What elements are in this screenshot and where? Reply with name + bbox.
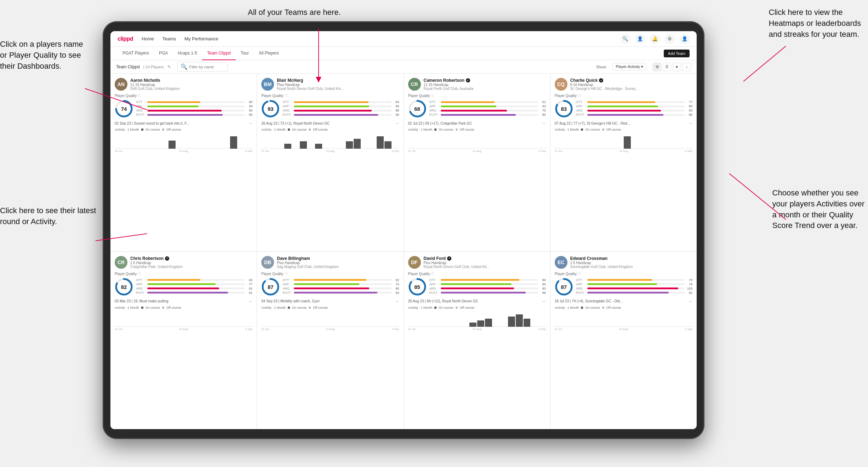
list-view-button[interactable]: ☰: [663, 63, 671, 71]
donut-chart[interactable]: 82: [115, 278, 133, 296]
quality-content: 87 OTT 73 APP 79: [555, 278, 692, 296]
search-icon-small: 🔍: [181, 63, 188, 70]
player-card[interactable]: CR Cameron Robertson ✓ 11·15 Handicap Ro…: [404, 74, 550, 251]
player-header: AN Aaron Nicholls 11·15 Handicap Drift G…: [115, 78, 252, 91]
donut-chart[interactable]: 93: [261, 99, 280, 118]
search-icon[interactable]: 🔍: [620, 34, 630, 44]
stats-bars: OTT 84 APP 85 ARG: [282, 100, 399, 117]
avatar-icon[interactable]: 👤: [680, 34, 690, 44]
player-name[interactable]: Blair McHarg: [277, 78, 399, 83]
tab-pga[interactable]: PGA: [154, 47, 173, 60]
quality-label[interactable]: Player Quality ⓘ: [261, 272, 399, 276]
quality-label[interactable]: Player Quality ⓘ: [555, 93, 692, 98]
stat-row-putt: PUTT 91: [136, 291, 252, 295]
stat-row-ott: OTT 60: [136, 278, 252, 282]
quality-content: 85 OTT 89 APP 80: [408, 278, 546, 296]
player-score: 82: [121, 284, 127, 290]
show-dropdown[interactable]: Player Activity ▾: [612, 63, 646, 70]
stat-row-app: APP 85: [282, 104, 399, 108]
tab-pgat[interactable]: PGAT Players: [118, 47, 154, 60]
player-card[interactable]: DB Dave Billingham Plus Handicap Sag Mag…: [257, 252, 403, 429]
quality-section: Player Quality ⓘ 87 OTT 8: [261, 272, 399, 296]
tab-all-players[interactable]: All Players: [254, 47, 284, 60]
quality-label[interactable]: Player Quality ⓘ: [555, 272, 692, 276]
tab-hcaps[interactable]: Hcaps 1-5: [173, 47, 202, 60]
player-grid: AN Aaron Nicholls 11·15 Handicap Drift G…: [110, 74, 697, 429]
search-input[interactable]: [189, 65, 225, 69]
player-card[interactable]: AN Aaron Nicholls 11·15 Handicap Drift G…: [110, 74, 257, 251]
player-handicap: Plus Handicap: [277, 261, 399, 265]
stats-bars: OTT 61 APP 63 ARG: [429, 100, 546, 117]
latest-round[interactable]: 02 Jul 23 | 59 (+17), Craigmillar Park G…: [408, 121, 546, 126]
latest-round[interactable]: 03 Mar 23 | 19, Must make putting →: [115, 299, 252, 304]
player-club: Sunningdale Golf Club, United Kingdom: [570, 265, 692, 269]
activity-section: Activity · 1 Month On course Off course …: [115, 128, 252, 152]
donut-chart[interactable]: 83: [555, 99, 573, 118]
player-name[interactable]: Edward Crossman: [570, 256, 692, 261]
nav-teams[interactable]: Teams: [162, 36, 176, 41]
activity-label: Activity · 1 Month On course Off course: [261, 306, 399, 309]
activity-label: Activity · 1 Month On course Off course: [408, 306, 546, 309]
quality-label[interactable]: Player Quality ⓘ: [408, 272, 546, 276]
latest-round[interactable]: 04 Sep 23 | Mobility with coach, Gym →: [261, 299, 399, 304]
edit-icon[interactable]: ✎: [167, 64, 171, 69]
player-card[interactable]: EC Edward Crossman 1·5 Handicap Sunningd…: [550, 252, 697, 429]
donut-chart[interactable]: 74: [115, 99, 133, 118]
stat-row-arg: ARG 83: [576, 109, 692, 112]
activity-section: Activity · 1 Month On course Off course …: [555, 128, 692, 152]
latest-round[interactable]: 26 Aug 23 | 84 (+12), Royal North Devon …: [408, 299, 546, 304]
player-name[interactable]: Aaron Nicholls: [130, 78, 252, 83]
stats-bars: OTT 89 APP 80 ARG: [429, 278, 546, 295]
show-label: Show:: [596, 65, 607, 69]
tab-team-clippd[interactable]: Team Clippd: [202, 47, 236, 60]
nav-performance[interactable]: My Performance: [184, 36, 218, 41]
donut-chart[interactable]: 87: [555, 278, 573, 296]
user-icon[interactable]: 👤: [635, 34, 645, 44]
player-name[interactable]: Charlie Quick ✓: [570, 78, 692, 83]
bell-icon[interactable]: 🔔: [650, 34, 660, 44]
quality-label[interactable]: Player Quality ⓘ: [261, 93, 399, 98]
quality-label[interactable]: Player Quality ⓘ: [115, 272, 252, 276]
player-card[interactable]: CQ Charlie Quick ✓ 6·10 Handicap St. Geo…: [550, 74, 697, 251]
quality-content: 87 OTT 82 APP 74: [261, 278, 399, 296]
view-icons: ⊞ ☰ ▼ ↕: [653, 63, 691, 71]
tab-tour[interactable]: Tour: [236, 47, 254, 60]
latest-round[interactable]: 26 Aug 23 | 73 (+1), Royal North Devon G…: [261, 121, 399, 126]
quality-label[interactable]: Player Quality ⓘ: [408, 93, 546, 98]
player-card[interactable]: BM Blair McHarg Plus Handicap Royal Nort…: [257, 74, 403, 251]
chart-dates: 31 Jul 21 Aug 4 Sep: [555, 328, 692, 331]
ipad-screen: clippd Home Teams My Performance 🔍 👤 🔔 ⚙…: [110, 31, 697, 429]
activity-chart: 31 Jul 21 Aug 4 Sep: [261, 311, 399, 330]
quality-label[interactable]: Player Quality ⓘ: [115, 93, 252, 98]
latest-round[interactable]: 07 Aug 23 | 77 (+7), St George's Hill GC…: [555, 121, 692, 126]
nav-home[interactable]: Home: [142, 36, 154, 41]
donut-chart[interactable]: 87: [261, 278, 280, 296]
latest-round[interactable]: 18 Jul 23 | 74 (+4), Sunningdale GC - Ol…: [555, 299, 692, 304]
quality-section: Player Quality ⓘ 83 OTT 7: [555, 93, 692, 118]
filter-button[interactable]: ▼: [673, 63, 681, 71]
player-card[interactable]: CR Chris Robertson ✓ 1·5 Handicap Craigm…: [110, 252, 257, 429]
player-handicap: Plus Handicap: [424, 261, 546, 265]
sort-button[interactable]: ↕: [683, 63, 691, 71]
player-name[interactable]: Cameron Robertson ✓: [424, 78, 546, 83]
stat-row-arg: ARG 103: [576, 287, 692, 290]
grid-view-button[interactable]: ⊞: [653, 63, 661, 71]
player-card[interactable]: DF David Ford ✓ Plus Handicap Royal Nort…: [404, 252, 550, 429]
player-name[interactable]: David Ford ✓: [424, 256, 546, 261]
settings-icon[interactable]: ⚙: [665, 34, 675, 44]
player-avatar: EC: [555, 256, 567, 269]
quality-section: Player Quality ⓘ 87 OTT 7: [555, 272, 692, 296]
activity-chart: 31 Jul 21 Aug 4 Sep: [555, 311, 692, 330]
latest-round[interactable]: 02 Sep 23 | Sunset round to get back int…: [115, 121, 252, 126]
donut-chart[interactable]: 85: [408, 278, 427, 296]
activity-section: Activity · 1 Month On course Off course …: [115, 306, 252, 330]
stat-row-putt: PUTT 85: [429, 113, 546, 116]
stat-row-arg: ARG 81: [136, 287, 252, 290]
stats-bars: OTT 60 APP 58 ARG: [136, 100, 252, 117]
chart-dates: 31 Jul 21 Aug 4 Sep: [408, 149, 546, 153]
donut-chart[interactable]: 68: [408, 99, 427, 118]
player-name[interactable]: Dave Billingham: [277, 256, 399, 261]
add-team-button[interactable]: Add Team: [664, 50, 690, 57]
team-count: | 14 Players: [143, 65, 164, 69]
player-name[interactable]: Chris Robertson ✓: [130, 256, 252, 261]
